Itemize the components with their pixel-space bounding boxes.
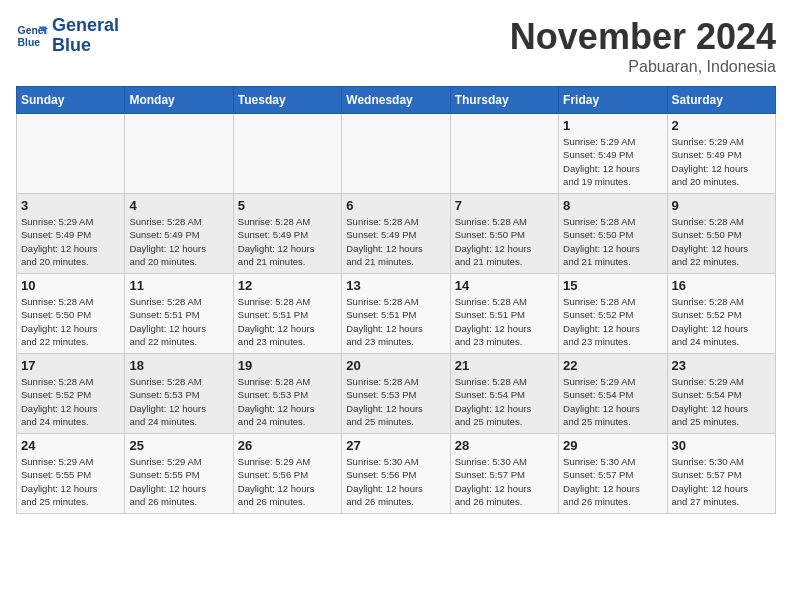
- day-info: Sunrise: 5:29 AM Sunset: 5:49 PM Dayligh…: [672, 135, 771, 188]
- day-number: 19: [238, 358, 337, 373]
- calendar-cell: 28Sunrise: 5:30 AM Sunset: 5:57 PM Dayli…: [450, 434, 558, 514]
- title-block: November 2024 Pabuaran, Indonesia: [510, 16, 776, 76]
- day-info: Sunrise: 5:30 AM Sunset: 5:57 PM Dayligh…: [672, 455, 771, 508]
- month-title: November 2024: [510, 16, 776, 58]
- day-number: 28: [455, 438, 554, 453]
- calendar-cell: 24Sunrise: 5:29 AM Sunset: 5:55 PM Dayli…: [17, 434, 125, 514]
- calendar-cell: [450, 114, 558, 194]
- day-number: 15: [563, 278, 662, 293]
- day-number: 25: [129, 438, 228, 453]
- day-number: 3: [21, 198, 120, 213]
- calendar-cell: [125, 114, 233, 194]
- day-info: Sunrise: 5:28 AM Sunset: 5:49 PM Dayligh…: [129, 215, 228, 268]
- calendar-cell: 27Sunrise: 5:30 AM Sunset: 5:56 PM Dayli…: [342, 434, 450, 514]
- calendar-cell: 26Sunrise: 5:29 AM Sunset: 5:56 PM Dayli…: [233, 434, 341, 514]
- day-info: Sunrise: 5:29 AM Sunset: 5:49 PM Dayligh…: [21, 215, 120, 268]
- calendar-cell: 22Sunrise: 5:29 AM Sunset: 5:54 PM Dayli…: [559, 354, 667, 434]
- logo: General Blue General Blue: [16, 16, 119, 56]
- calendar-cell: [342, 114, 450, 194]
- day-number: 2: [672, 118, 771, 133]
- day-info: Sunrise: 5:30 AM Sunset: 5:56 PM Dayligh…: [346, 455, 445, 508]
- calendar-week-row: 3Sunrise: 5:29 AM Sunset: 5:49 PM Daylig…: [17, 194, 776, 274]
- header-day-wednesday: Wednesday: [342, 87, 450, 114]
- calendar-cell: 7Sunrise: 5:28 AM Sunset: 5:50 PM Daylig…: [450, 194, 558, 274]
- calendar-cell: 25Sunrise: 5:29 AM Sunset: 5:55 PM Dayli…: [125, 434, 233, 514]
- day-info: Sunrise: 5:28 AM Sunset: 5:51 PM Dayligh…: [455, 295, 554, 348]
- day-number: 22: [563, 358, 662, 373]
- calendar-cell: 13Sunrise: 5:28 AM Sunset: 5:51 PM Dayli…: [342, 274, 450, 354]
- calendar-cell: 12Sunrise: 5:28 AM Sunset: 5:51 PM Dayli…: [233, 274, 341, 354]
- calendar-cell: 1Sunrise: 5:29 AM Sunset: 5:49 PM Daylig…: [559, 114, 667, 194]
- calendar-cell: 4Sunrise: 5:28 AM Sunset: 5:49 PM Daylig…: [125, 194, 233, 274]
- day-number: 8: [563, 198, 662, 213]
- day-number: 27: [346, 438, 445, 453]
- calendar-cell: 10Sunrise: 5:28 AM Sunset: 5:50 PM Dayli…: [17, 274, 125, 354]
- calendar-cell: 15Sunrise: 5:28 AM Sunset: 5:52 PM Dayli…: [559, 274, 667, 354]
- calendar-week-row: 24Sunrise: 5:29 AM Sunset: 5:55 PM Dayli…: [17, 434, 776, 514]
- calendar-cell: 2Sunrise: 5:29 AM Sunset: 5:49 PM Daylig…: [667, 114, 775, 194]
- day-number: 12: [238, 278, 337, 293]
- day-number: 21: [455, 358, 554, 373]
- day-info: Sunrise: 5:28 AM Sunset: 5:49 PM Dayligh…: [238, 215, 337, 268]
- day-info: Sunrise: 5:30 AM Sunset: 5:57 PM Dayligh…: [455, 455, 554, 508]
- day-info: Sunrise: 5:28 AM Sunset: 5:50 PM Dayligh…: [455, 215, 554, 268]
- day-info: Sunrise: 5:28 AM Sunset: 5:54 PM Dayligh…: [455, 375, 554, 428]
- day-info: Sunrise: 5:28 AM Sunset: 5:53 PM Dayligh…: [129, 375, 228, 428]
- location: Pabuaran, Indonesia: [510, 58, 776, 76]
- day-number: 10: [21, 278, 120, 293]
- day-info: Sunrise: 5:28 AM Sunset: 5:50 PM Dayligh…: [563, 215, 662, 268]
- calendar-cell: 3Sunrise: 5:29 AM Sunset: 5:49 PM Daylig…: [17, 194, 125, 274]
- day-number: 18: [129, 358, 228, 373]
- day-info: Sunrise: 5:28 AM Sunset: 5:49 PM Dayligh…: [346, 215, 445, 268]
- calendar-cell: 9Sunrise: 5:28 AM Sunset: 5:50 PM Daylig…: [667, 194, 775, 274]
- header-day-tuesday: Tuesday: [233, 87, 341, 114]
- header-day-sunday: Sunday: [17, 87, 125, 114]
- calendar-cell: [233, 114, 341, 194]
- day-number: 7: [455, 198, 554, 213]
- day-number: 29: [563, 438, 662, 453]
- day-number: 20: [346, 358, 445, 373]
- day-info: Sunrise: 5:29 AM Sunset: 5:49 PM Dayligh…: [563, 135, 662, 188]
- calendar-week-row: 1Sunrise: 5:29 AM Sunset: 5:49 PM Daylig…: [17, 114, 776, 194]
- calendar-cell: 8Sunrise: 5:28 AM Sunset: 5:50 PM Daylig…: [559, 194, 667, 274]
- page-header: General Blue General Blue November 2024 …: [16, 16, 776, 76]
- calendar-cell: 11Sunrise: 5:28 AM Sunset: 5:51 PM Dayli…: [125, 274, 233, 354]
- day-info: Sunrise: 5:29 AM Sunset: 5:55 PM Dayligh…: [129, 455, 228, 508]
- day-number: 5: [238, 198, 337, 213]
- day-info: Sunrise: 5:28 AM Sunset: 5:52 PM Dayligh…: [21, 375, 120, 428]
- calendar-cell: 21Sunrise: 5:28 AM Sunset: 5:54 PM Dayli…: [450, 354, 558, 434]
- day-info: Sunrise: 5:28 AM Sunset: 5:51 PM Dayligh…: [238, 295, 337, 348]
- calendar-table: SundayMondayTuesdayWednesdayThursdayFrid…: [16, 86, 776, 514]
- day-number: 14: [455, 278, 554, 293]
- calendar-cell: [17, 114, 125, 194]
- header-day-saturday: Saturday: [667, 87, 775, 114]
- day-info: Sunrise: 5:28 AM Sunset: 5:53 PM Dayligh…: [346, 375, 445, 428]
- header-day-friday: Friday: [559, 87, 667, 114]
- header-day-thursday: Thursday: [450, 87, 558, 114]
- day-info: Sunrise: 5:29 AM Sunset: 5:54 PM Dayligh…: [672, 375, 771, 428]
- calendar-cell: 5Sunrise: 5:28 AM Sunset: 5:49 PM Daylig…: [233, 194, 341, 274]
- calendar-cell: 14Sunrise: 5:28 AM Sunset: 5:51 PM Dayli…: [450, 274, 558, 354]
- calendar-cell: 18Sunrise: 5:28 AM Sunset: 5:53 PM Dayli…: [125, 354, 233, 434]
- calendar-week-row: 17Sunrise: 5:28 AM Sunset: 5:52 PM Dayli…: [17, 354, 776, 434]
- day-number: 13: [346, 278, 445, 293]
- calendar-cell: 23Sunrise: 5:29 AM Sunset: 5:54 PM Dayli…: [667, 354, 775, 434]
- day-number: 4: [129, 198, 228, 213]
- day-number: 30: [672, 438, 771, 453]
- day-info: Sunrise: 5:28 AM Sunset: 5:52 PM Dayligh…: [563, 295, 662, 348]
- day-info: Sunrise: 5:29 AM Sunset: 5:54 PM Dayligh…: [563, 375, 662, 428]
- calendar-week-row: 10Sunrise: 5:28 AM Sunset: 5:50 PM Dayli…: [17, 274, 776, 354]
- day-number: 24: [21, 438, 120, 453]
- calendar-cell: 20Sunrise: 5:28 AM Sunset: 5:53 PM Dayli…: [342, 354, 450, 434]
- calendar-cell: 6Sunrise: 5:28 AM Sunset: 5:49 PM Daylig…: [342, 194, 450, 274]
- day-number: 6: [346, 198, 445, 213]
- svg-text:Blue: Blue: [18, 36, 41, 47]
- day-number: 16: [672, 278, 771, 293]
- calendar-cell: 16Sunrise: 5:28 AM Sunset: 5:52 PM Dayli…: [667, 274, 775, 354]
- day-info: Sunrise: 5:28 AM Sunset: 5:50 PM Dayligh…: [21, 295, 120, 348]
- day-number: 9: [672, 198, 771, 213]
- logo-text-line1: General: [52, 16, 119, 36]
- day-number: 11: [129, 278, 228, 293]
- day-info: Sunrise: 5:28 AM Sunset: 5:50 PM Dayligh…: [672, 215, 771, 268]
- logo-text-line2: Blue: [52, 36, 119, 56]
